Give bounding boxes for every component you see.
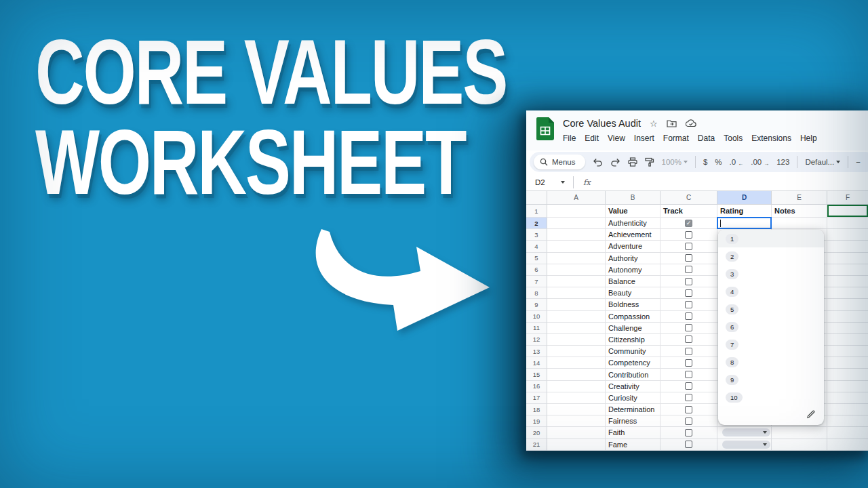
cell-c2[interactable]: ✓ [660, 218, 717, 229]
increase-decimal-button[interactable]: .00→ [751, 158, 769, 166]
cell-f20[interactable] [827, 427, 868, 439]
checkbox-unchecked-icon[interactable] [685, 289, 692, 297]
cell-a4[interactable] [547, 241, 606, 252]
cell-d21[interactable] [717, 439, 772, 451]
cell-a16[interactable] [547, 381, 606, 392]
cell-b7[interactable]: Balance [606, 276, 660, 287]
menu-item-format[interactable]: Format [663, 134, 689, 143]
cell-a9[interactable] [547, 299, 606, 310]
cell-b4[interactable]: Adventure [606, 241, 660, 252]
sheets-logo-icon[interactable] [536, 117, 554, 140]
pencil-icon[interactable] [806, 409, 816, 419]
font-select[interactable]: Defaul... [805, 158, 840, 166]
cell-e2[interactable] [772, 218, 827, 229]
cell-f6[interactable] [827, 264, 868, 276]
cell-d20[interactable] [717, 427, 772, 439]
cell-f7[interactable] [827, 276, 868, 287]
column-header-f[interactable]: F [827, 191, 868, 205]
zoom-select[interactable]: 100% [662, 158, 688, 166]
cell-b9[interactable]: Boldness [606, 299, 660, 310]
format-percent-button[interactable]: % [715, 158, 722, 166]
cell-c15[interactable] [660, 369, 717, 380]
cell-a6[interactable] [547, 264, 606, 276]
cell-f8[interactable] [827, 287, 868, 299]
row-header-14[interactable]: 14 [526, 357, 547, 369]
row-header-18[interactable]: 18 [526, 404, 547, 415]
dropdown-item-4[interactable]: 4 [718, 283, 824, 300]
cell-c3[interactable] [660, 229, 717, 241]
cell-b12[interactable]: Citizenship [606, 334, 660, 346]
paint-format-icon[interactable] [645, 157, 654, 167]
cell-d2[interactable] [717, 218, 772, 229]
cell-a21[interactable] [547, 439, 606, 451]
row-header-8[interactable]: 8 [526, 287, 547, 299]
cell-a2[interactable] [547, 218, 606, 229]
cloud-saved-icon[interactable] [686, 119, 696, 127]
cell-c5[interactable] [660, 253, 717, 264]
cell-c9[interactable] [660, 299, 717, 310]
row-header-20[interactable]: 20 [526, 427, 547, 439]
checkbox-unchecked-icon[interactable] [685, 231, 692, 239]
row-header-4[interactable]: 4 [526, 241, 547, 252]
cell-b13[interactable]: Community [606, 346, 660, 357]
cell-a5[interactable] [547, 253, 606, 264]
cell-a3[interactable] [547, 229, 606, 241]
cell-c14[interactable] [660, 357, 717, 369]
print-icon[interactable] [628, 157, 637, 167]
cell-c13[interactable] [660, 346, 717, 357]
checkbox-unchecked-icon[interactable] [685, 278, 692, 285]
column-header-e[interactable]: E [772, 191, 827, 205]
doc-title[interactable]: Core Values Audit [563, 118, 641, 129]
checkbox-unchecked-icon[interactable] [685, 348, 692, 355]
cell-a12[interactable] [547, 334, 606, 346]
cell-f12[interactable] [827, 334, 868, 346]
cell-f1[interactable] [827, 205, 868, 218]
checkbox-unchecked-icon[interactable] [685, 312, 692, 320]
cell-b11[interactable]: Challenge [606, 323, 660, 334]
menu-item-tools[interactable]: Tools [724, 134, 743, 143]
cell-c19[interactable] [660, 415, 717, 427]
dropdown-item-9[interactable]: 9 [718, 371, 824, 388]
cell-c4[interactable] [660, 241, 717, 252]
cell-c20[interactable] [660, 427, 717, 439]
menu-item-insert[interactable]: Insert [634, 134, 654, 143]
cell-f18[interactable] [827, 404, 868, 415]
cell-a19[interactable] [547, 415, 606, 427]
cell-f16[interactable] [827, 381, 868, 392]
rating-dropdown-chip[interactable] [722, 441, 770, 449]
dropdown-item-7[interactable]: 7 [718, 336, 824, 353]
cell-a8[interactable] [547, 287, 606, 299]
checkbox-unchecked-icon[interactable] [685, 406, 692, 413]
row-header-12[interactable]: 12 [526, 334, 547, 346]
cell-b1[interactable]: Value [606, 205, 660, 218]
cell-c12[interactable] [660, 334, 717, 346]
cell-f11[interactable] [827, 323, 868, 334]
undo-icon[interactable] [593, 158, 603, 167]
cell-d1[interactable]: Rating [717, 205, 772, 218]
checkbox-unchecked-icon[interactable] [685, 254, 692, 262]
dropdown-item-10[interactable]: 10 [718, 388, 824, 406]
row-header-11[interactable]: 11 [526, 323, 547, 334]
row-header-2[interactable]: 2 [526, 218, 547, 229]
cell-f9[interactable] [827, 299, 868, 310]
menus-search-button[interactable]: Menus [534, 155, 585, 169]
decrease-decimal-button[interactable]: .0← [730, 158, 744, 166]
cell-c21[interactable] [660, 439, 717, 451]
decrease-font-size-button[interactable]: − [856, 158, 861, 166]
cell-b16[interactable]: Creativity [606, 381, 660, 392]
cell-f21[interactable] [827, 439, 868, 451]
checkbox-unchecked-icon[interactable] [685, 394, 692, 401]
name-box[interactable]: D2 [535, 178, 561, 186]
cell-b5[interactable]: Authority [606, 253, 660, 264]
cell-b19[interactable]: Fairness [606, 415, 660, 427]
star-icon[interactable]: ☆ [650, 119, 658, 128]
checkbox-checked-icon[interactable]: ✓ [685, 220, 692, 227]
row-header-17[interactable]: 17 [526, 392, 547, 404]
checkbox-unchecked-icon[interactable] [685, 243, 692, 250]
menu-item-extensions[interactable]: Extensions [751, 134, 791, 143]
row-header-21[interactable]: 21 [526, 439, 547, 451]
menu-item-file[interactable]: File [563, 134, 576, 143]
cell-a1[interactable] [547, 205, 606, 218]
cell-b14[interactable]: Competency [606, 357, 660, 369]
cell-c7[interactable] [660, 276, 717, 287]
